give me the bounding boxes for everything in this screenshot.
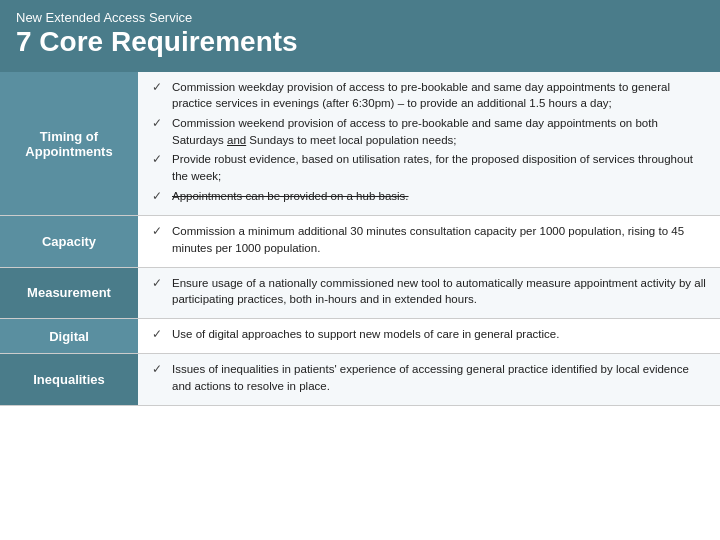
list-item: ✓ Commission weekend provision of access… [152, 115, 706, 148]
check-icon: ✓ [152, 275, 166, 292]
list-item: ✓ Use of digital approaches to support n… [152, 326, 706, 343]
label-digital: Digital [0, 319, 138, 353]
list-item: ✓ Commission weekday provision of access… [152, 79, 706, 112]
header-title: 7 Core Requirements [16, 27, 704, 58]
check-icon: ✓ [152, 223, 166, 240]
row-capacity: Capacity ✓ Commission a minimum addition… [0, 216, 720, 267]
check-icon: ✓ [152, 361, 166, 378]
content: Timing ofAppointments ✓ Commission weekd… [0, 72, 720, 406]
check-icon: ✓ [152, 115, 166, 132]
check-icon: ✓ [152, 79, 166, 96]
row-inequalities: Inequalities ✓ Issues of inequalities in… [0, 354, 720, 405]
label-measurement: Measurement [0, 268, 138, 318]
label-timing: Timing ofAppointments [0, 72, 138, 215]
row-timing: Timing ofAppointments ✓ Commission weekd… [0, 72, 720, 216]
label-inequalities: Inequalities [0, 354, 138, 404]
header: New Extended Access Service 7 Core Requi… [0, 0, 720, 72]
row-digital: Digital ✓ Use of digital approaches to s… [0, 319, 720, 354]
check-icon: ✓ [152, 151, 166, 168]
content-measurement: ✓ Ensure usage of a nationally commissio… [138, 268, 720, 318]
row-measurement: Measurement ✓ Ensure usage of a national… [0, 268, 720, 319]
list-item: ✓ Provide robust evidence, based on util… [152, 151, 706, 184]
content-digital: ✓ Use of digital approaches to support n… [138, 319, 720, 353]
header-subtitle: New Extended Access Service [16, 10, 704, 25]
label-capacity: Capacity [0, 216, 138, 266]
list-item: ✓ Appointments can be provided on a hub … [152, 188, 706, 205]
check-icon: ✓ [152, 326, 166, 343]
content-capacity: ✓ Commission a minimum additional 30 min… [138, 216, 720, 266]
list-item: ✓ Issues of inequalities in patients' ex… [152, 361, 706, 394]
check-icon: ✓ [152, 188, 166, 205]
content-timing: ✓ Commission weekday provision of access… [138, 72, 720, 215]
content-inequalities: ✓ Issues of inequalities in patients' ex… [138, 354, 720, 404]
list-item: ✓ Ensure usage of a nationally commissio… [152, 275, 706, 308]
list-item: ✓ Commission a minimum additional 30 min… [152, 223, 706, 256]
